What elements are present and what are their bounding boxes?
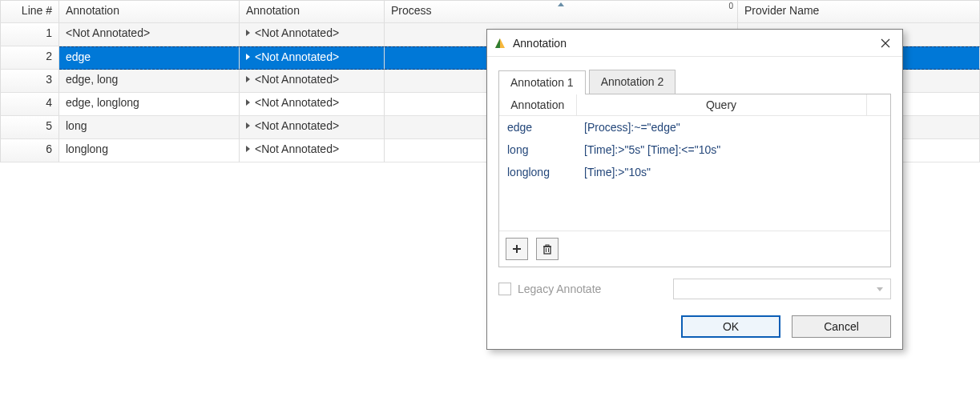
cell-annotation2: <Not Annotated>: [240, 46, 385, 70]
cell-line: 3: [0, 70, 59, 93]
cell-annotation1: edge: [59, 46, 240, 70]
rule-query: [Process]:~="edge": [576, 116, 866, 139]
tab-annotation-2[interactable]: Annotation 2: [589, 70, 676, 94]
expand-icon[interactable]: [246, 30, 250, 36]
ok-button[interactable]: OK: [681, 315, 780, 338]
tab-pane: Annotation Query edge[Process]:~="edge"l…: [498, 94, 891, 267]
rules-header-spacer: [866, 94, 890, 116]
cell-annotation2: <Not Annotated>: [240, 93, 385, 116]
delete-rule-button[interactable]: [536, 238, 559, 260]
svg-rect-10: [546, 245, 549, 247]
dialog-button-row: OK Cancel: [498, 315, 891, 338]
cell-annotation2: <Not Annotated>: [240, 139, 385, 162]
cell-annotation2: <Not Annotated>: [240, 23, 385, 46]
cell-line: 6: [0, 139, 59, 162]
header-provider[interactable]: Provider Name: [738, 0, 980, 23]
cell-annotation1: edge, long: [59, 70, 240, 93]
annotation-dialog: Annotation Annotation 1 Annotation 2 Ann…: [486, 29, 903, 350]
rule-row[interactable]: edge[Process]:~="edge": [499, 116, 890, 139]
dialog-body: Annotation 1 Annotation 2 Annotation Que…: [487, 57, 902, 349]
trash-icon: [542, 243, 553, 255]
cell-line: 4: [0, 93, 59, 116]
svg-marker-1: [495, 38, 500, 48]
rule-query: [Time]:>"10s": [576, 161, 866, 183]
cell-line: 2: [0, 46, 59, 70]
rules-table: Annotation Query edge[Process]:~="edge"l…: [499, 94, 890, 183]
cell-annotation1: longlong: [59, 139, 240, 162]
cell-annotation1: long: [59, 116, 240, 139]
rule-row[interactable]: longlong[Time]:>"10s": [499, 161, 890, 183]
rules-header-query[interactable]: Query: [576, 94, 866, 116]
rule-row[interactable]: long[Time]:>"5s" [Time]:<="10s": [499, 138, 890, 161]
svg-rect-6: [544, 247, 550, 254]
legacy-row: Legacy Annotate: [498, 279, 891, 299]
rules-toolbar: [499, 231, 890, 267]
tab-annotation-1[interactable]: Annotation 1: [498, 70, 586, 94]
header-line[interactable]: Line #: [0, 0, 59, 23]
grid-header-row: Line # Annotation Annotation Process 0 P…: [0, 0, 980, 23]
legacy-label: Legacy Annotate: [518, 283, 601, 295]
cell-annotation2: <Not Annotated>: [240, 70, 385, 93]
header-process[interactable]: Process 0: [385, 0, 738, 23]
cell-annotation1: edge, longlong: [59, 93, 240, 116]
legacy-checkbox[interactable]: [498, 283, 511, 295]
cell-line: 5: [0, 116, 59, 139]
dialog-titlebar[interactable]: Annotation: [487, 30, 902, 57]
header-annotation2[interactable]: Annotation: [240, 0, 385, 23]
app-icon: [494, 37, 506, 50]
expand-icon[interactable]: [246, 54, 250, 60]
expand-icon[interactable]: [246, 122, 250, 129]
close-button[interactable]: [873, 32, 897, 54]
dialog-title: Annotation: [513, 37, 873, 50]
expand-icon[interactable]: [246, 146, 250, 152]
rules-header-annotation[interactable]: Annotation: [499, 94, 576, 116]
rule-annotation: longlong: [499, 161, 576, 183]
plus-icon: [511, 243, 522, 255]
sort-asc-icon: [558, 2, 564, 6]
cell-annotation1: <Not Annotated>: [59, 23, 240, 46]
tab-strip: Annotation 1 Annotation 2: [498, 70, 891, 94]
rule-query: [Time]:>"5s" [Time]:<="10s": [576, 138, 866, 161]
header-process-badge: 0: [728, 2, 733, 10]
legacy-combobox[interactable]: [673, 279, 891, 299]
rule-annotation: edge: [499, 116, 576, 139]
header-annotation1[interactable]: Annotation: [59, 0, 240, 23]
cancel-button[interactable]: Cancel: [792, 315, 891, 338]
expand-icon[interactable]: [246, 76, 250, 82]
expand-icon[interactable]: [246, 99, 250, 106]
cell-line: 1: [0, 23, 59, 46]
rule-annotation: long: [499, 138, 576, 161]
cell-annotation2: <Not Annotated>: [240, 116, 385, 139]
header-process-label: Process: [391, 4, 432, 17]
add-rule-button[interactable]: [506, 238, 528, 260]
